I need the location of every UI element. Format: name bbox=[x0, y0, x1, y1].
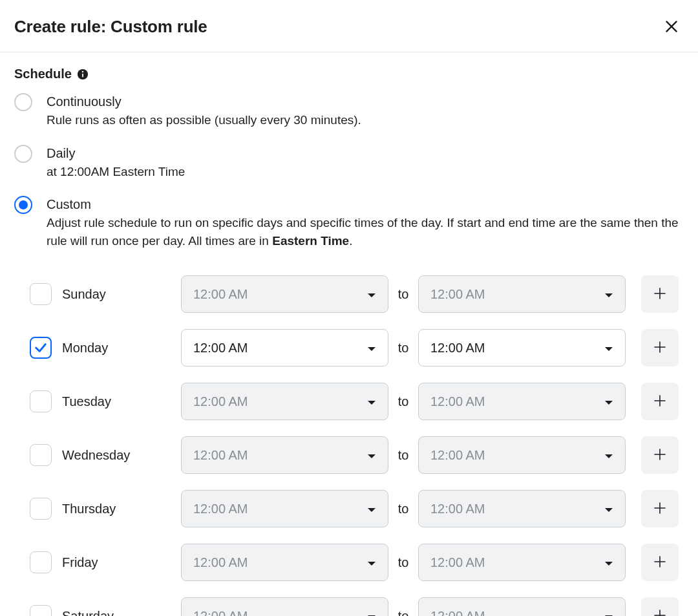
end-time-select[interactable]: 12:00 AM bbox=[418, 544, 626, 581]
chevron-down-icon bbox=[597, 448, 613, 463]
radio-desc: Adjust rule schedule to run on specific … bbox=[47, 214, 684, 250]
to-label: to bbox=[388, 341, 418, 356]
desc-text: Adjust rule schedule to run on specific … bbox=[47, 216, 679, 248]
start-time-select[interactable]: 12:00 AM bbox=[181, 490, 388, 527]
start-time-select[interactable]: 12:00 AM bbox=[181, 544, 388, 581]
chevron-down-icon bbox=[597, 555, 613, 570]
end-time-value: 12:00 AM bbox=[430, 555, 485, 570]
chevron-down-icon bbox=[359, 448, 376, 463]
chevron-down-icon bbox=[359, 287, 376, 302]
desc-text: . bbox=[349, 234, 352, 248]
section-label: Schedule bbox=[14, 67, 72, 81]
plus-icon bbox=[652, 554, 668, 571]
start-time-select[interactable]: 12:00 AM bbox=[181, 275, 388, 313]
radio-circle[interactable] bbox=[14, 196, 32, 214]
day-checkbox[interactable] bbox=[30, 283, 52, 305]
plus-icon bbox=[652, 339, 668, 357]
chevron-down-icon bbox=[597, 287, 613, 302]
info-icon[interactable] bbox=[77, 69, 89, 80]
plus-icon bbox=[652, 608, 668, 616]
radio-label: Continuously bbox=[47, 93, 684, 110]
start-time-select[interactable]: 12:00 AM bbox=[181, 436, 388, 474]
end-time-select[interactable]: 12:00 AM bbox=[418, 436, 626, 474]
add-time-range-button[interactable] bbox=[641, 275, 679, 313]
plus-icon bbox=[652, 500, 668, 518]
section-title: Schedule bbox=[14, 67, 684, 81]
chevron-down-icon bbox=[359, 394, 376, 409]
radio-option-continuously[interactable]: Continuously Rule runs as often as possi… bbox=[14, 93, 684, 129]
day-row-wednesday: Wednesday12:00 AMto12:00 AM bbox=[30, 436, 684, 474]
add-time-range-button[interactable] bbox=[641, 329, 679, 366]
close-icon bbox=[663, 27, 680, 37]
day-label: Tuesday bbox=[62, 394, 181, 409]
end-time-select[interactable]: 12:00 AM bbox=[418, 383, 626, 420]
chevron-down-icon bbox=[597, 609, 613, 616]
radio-text: Daily at 12:00AM Eastern Time bbox=[47, 145, 684, 181]
radio-circle[interactable] bbox=[14, 93, 32, 111]
day-checkbox[interactable] bbox=[30, 551, 52, 573]
day-row-friday: Friday12:00 AMto12:00 AM bbox=[30, 544, 684, 581]
radio-text: Custom Adjust rule schedule to run on sp… bbox=[47, 196, 684, 250]
day-label: Monday bbox=[62, 341, 181, 356]
day-row-saturday: Saturday12:00 AMto12:00 AM bbox=[30, 597, 684, 616]
schedule-radio-group: Continuously Rule runs as often as possi… bbox=[14, 93, 684, 250]
add-time-range-button[interactable] bbox=[641, 436, 679, 474]
day-checkbox[interactable] bbox=[30, 337, 52, 359]
start-time-value: 12:00 AM bbox=[193, 341, 248, 356]
to-label: to bbox=[388, 448, 418, 463]
start-time-value: 12:00 AM bbox=[193, 287, 248, 302]
day-row-tuesday: Tuesday12:00 AMto12:00 AM bbox=[30, 383, 684, 420]
day-label: Friday bbox=[62, 555, 181, 570]
start-time-value: 12:00 AM bbox=[193, 394, 248, 409]
start-time-select[interactable]: 12:00 AM bbox=[181, 329, 388, 366]
plus-icon bbox=[652, 393, 668, 410]
dialog-header: Create rule: Custom rule bbox=[0, 0, 698, 52]
radio-text: Continuously Rule runs as often as possi… bbox=[47, 93, 684, 129]
to-label: to bbox=[388, 394, 418, 409]
end-time-value: 12:00 AM bbox=[430, 448, 485, 463]
end-time-value: 12:00 AM bbox=[430, 341, 485, 356]
day-checkbox[interactable] bbox=[30, 444, 52, 466]
radio-label: Daily bbox=[47, 145, 684, 162]
end-time-select[interactable]: 12:00 AM bbox=[418, 275, 626, 313]
day-row-thursday: Thursday12:00 AMto12:00 AM bbox=[30, 490, 684, 527]
plus-icon bbox=[652, 286, 668, 303]
radio-desc: Rule runs as often as possible (usually … bbox=[47, 111, 684, 129]
start-time-value: 12:00 AM bbox=[193, 448, 248, 463]
end-time-value: 12:00 AM bbox=[430, 287, 485, 302]
svg-point-4 bbox=[82, 70, 83, 72]
close-button[interactable] bbox=[659, 14, 684, 39]
day-checkbox[interactable] bbox=[30, 498, 52, 520]
day-label: Saturday bbox=[62, 609, 181, 616]
to-label: to bbox=[388, 502, 418, 516]
start-time-value: 12:00 AM bbox=[193, 502, 248, 516]
start-time-value: 12:00 AM bbox=[193, 609, 248, 616]
end-time-value: 12:00 AM bbox=[430, 609, 485, 616]
day-checkbox[interactable] bbox=[30, 390, 52, 412]
to-label: to bbox=[388, 555, 418, 570]
radio-option-daily[interactable]: Daily at 12:00AM Eastern Time bbox=[14, 145, 684, 181]
radio-option-custom[interactable]: Custom Adjust rule schedule to run on sp… bbox=[14, 196, 684, 250]
add-time-range-button[interactable] bbox=[641, 544, 679, 581]
chevron-down-icon bbox=[359, 609, 376, 616]
add-time-range-button[interactable] bbox=[641, 490, 679, 527]
chevron-down-icon bbox=[359, 555, 376, 570]
start-time-select[interactable]: 12:00 AM bbox=[181, 597, 388, 616]
end-time-select[interactable]: 12:00 AM bbox=[418, 329, 626, 366]
chevron-down-icon bbox=[359, 341, 376, 356]
radio-circle[interactable] bbox=[14, 145, 32, 163]
add-time-range-button[interactable] bbox=[641, 597, 679, 616]
chevron-down-icon bbox=[359, 502, 376, 516]
start-time-value: 12:00 AM bbox=[193, 555, 248, 570]
chevron-down-icon bbox=[597, 502, 613, 516]
end-time-select[interactable]: 12:00 AM bbox=[418, 490, 626, 527]
day-row-sunday: Sunday12:00 AMto12:00 AM bbox=[30, 275, 684, 313]
plus-icon bbox=[652, 447, 668, 464]
end-time-value: 12:00 AM bbox=[430, 502, 485, 516]
chevron-down-icon bbox=[597, 341, 613, 356]
end-time-select[interactable]: 12:00 AM bbox=[418, 597, 626, 616]
start-time-select[interactable]: 12:00 AM bbox=[181, 383, 388, 420]
day-checkbox[interactable] bbox=[30, 605, 52, 616]
add-time-range-button[interactable] bbox=[641, 383, 679, 420]
radio-desc: at 12:00AM Eastern Time bbox=[47, 163, 684, 181]
